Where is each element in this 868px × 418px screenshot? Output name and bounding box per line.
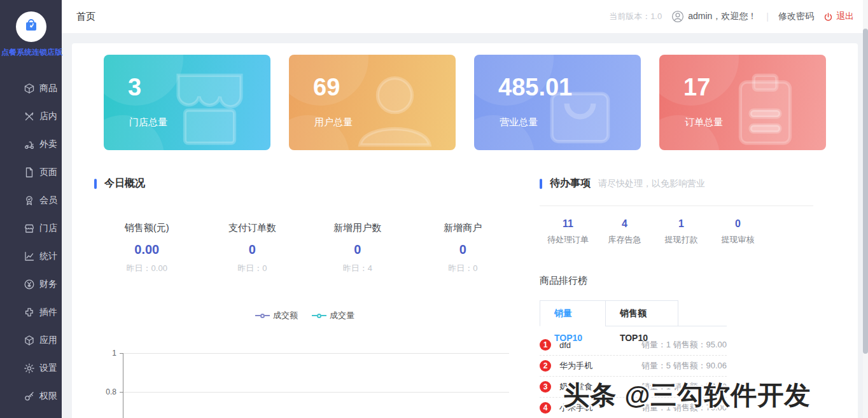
- sidebar-item-takeout[interactable]: 外卖: [0, 130, 62, 158]
- member-badge-icon: [24, 195, 35, 206]
- section-accent-bar: [540, 179, 542, 189]
- todo-pending-orders[interactable]: 11 待处理订单: [540, 218, 596, 246]
- welcome-text: admin，欢迎您！: [688, 11, 757, 22]
- rank-product-name: dfd: [559, 340, 641, 350]
- stat-value: 17: [683, 74, 826, 101]
- today-stats: 销售额(元) 0.00 昨日：0.00 支付订单数 0 昨日：0 新增用户数: [94, 222, 515, 274]
- rank-product-name: 华为手机: [559, 360, 641, 372]
- chart-legend: 成交额 成交量: [94, 310, 515, 321]
- sidebar: 点餐系统连锁店版 商品 店内 外卖 页面 会员: [0, 0, 62, 418]
- permission-key-icon: [24, 391, 35, 402]
- stat-cards-row: 3 门店总量 69 用户总量: [94, 55, 836, 150]
- tabs-filler: [678, 300, 727, 326]
- stat-card-stores: 3 门店总量: [104, 55, 270, 150]
- stat-value: 485.01: [498, 74, 641, 101]
- topbar-right: 当前版本：1.0 admin，欢迎您！ | 修改密码 退出: [609, 10, 854, 23]
- admin-menu[interactable]: admin，欢迎您！: [671, 10, 757, 23]
- todo-withdraw-review[interactable]: 0 提现审核: [710, 218, 766, 246]
- logout-button[interactable]: 退出: [823, 11, 854, 22]
- power-icon: [823, 12, 833, 22]
- tab-sales-volume-top10[interactable]: 销量TOP10: [540, 300, 606, 326]
- content: 3 门店总量 69 用户总量: [62, 33, 868, 418]
- sidebar-item-goods[interactable]: 商品: [0, 74, 62, 102]
- ranking-title: 商品排行榜: [540, 275, 813, 287]
- today-section: 今日概况 销售额(元) 0.00 昨日：0.00 支付订单数 0: [94, 177, 515, 418]
- settings-gear-icon: [24, 363, 35, 374]
- y-axis-line: [123, 353, 123, 418]
- content-panel: 3 门店总量 69 用户总量: [72, 43, 858, 418]
- today-stat-new-merchants: 新增商户 0 昨日：0: [410, 222, 516, 274]
- stat-label: 用户总量: [314, 116, 456, 129]
- y-axis-tick: 1: [95, 349, 116, 358]
- store-front-icon: [24, 223, 35, 234]
- sidebar-item-page[interactable]: 页面: [0, 158, 62, 186]
- dashboard-page: 点餐系统连锁店版 商品 店内 外卖 页面 会员: [0, 0, 868, 418]
- scrollbar: [863, 0, 868, 418]
- rank-sales-text: 销量：5 销售额：90.06: [641, 360, 727, 372]
- stat-card-revenue: 485.01 营业总量: [474, 55, 641, 150]
- todo-subtitle: 请尽快处理，以免影响营业: [598, 178, 705, 190]
- goods-box-icon: [24, 83, 35, 94]
- stat-label: 订单总量: [685, 116, 826, 129]
- legend-marker-volume: [312, 314, 326, 318]
- scrollbar-thumb[interactable]: [863, 29, 868, 354]
- y-axis-tick: 0.8: [95, 387, 116, 396]
- sidebar-item-app[interactable]: 应用: [0, 326, 62, 354]
- stat-label: 营业总量: [500, 116, 641, 129]
- sidebar-item-store[interactable]: 门店: [0, 214, 62, 242]
- sidebar-item-stats[interactable]: 统计: [0, 242, 62, 270]
- rank-sales-text: 销量：1 销售额：95.00: [641, 339, 727, 351]
- sidebar-item-finance[interactable]: 财务: [0, 270, 62, 298]
- sidebar-item-dine-in[interactable]: 店内: [0, 102, 62, 130]
- dine-in-utensils-icon: [24, 111, 35, 122]
- rank-badge: 4: [540, 402, 551, 414]
- today-stat-sales: 销售额(元) 0.00 昨日：0.00: [94, 222, 200, 274]
- today-stat-new-users: 新增用户数 0 昨日：4: [305, 222, 410, 274]
- stat-card-orders: 17 订单总量: [659, 55, 826, 150]
- rank-row: 2 华为手机 销量：5 销售额：90.06: [540, 356, 727, 377]
- todo-stats: 11 待处理订单 4 库存告急 1 提现打款: [540, 218, 813, 246]
- todo-withdraw-payment[interactable]: 1 提现打款: [653, 218, 710, 246]
- finance-yuan-icon: [24, 279, 35, 290]
- change-password-button[interactable]: 修改密码: [778, 11, 814, 22]
- topbar: 首页 当前版本：1.0 admin，欢迎您！ | 修改密码 退出: [62, 0, 868, 33]
- section-accent-bar: [94, 179, 97, 189]
- todo-low-stock[interactable]: 4 库存告急: [596, 218, 653, 246]
- ranking-tabs: 销量TOP10 销售额TOP10: [540, 300, 727, 326]
- stat-value: 3: [128, 74, 270, 101]
- logout-label: 退出: [836, 11, 854, 22]
- sidebar-item-settings[interactable]: 设置: [0, 354, 62, 382]
- gridline: 0.8: [123, 392, 509, 393]
- tab-sales-amount-top10[interactable]: 销售额TOP10: [605, 300, 678, 326]
- avatar-icon: [671, 10, 684, 23]
- app-title: 点餐系统连锁店版: [1, 47, 60, 57]
- sidebar-item-member[interactable]: 会员: [0, 186, 62, 214]
- version-label: 当前版本：1.0: [609, 11, 662, 22]
- today-stat-paid-orders: 支付订单数 0 昨日：0: [200, 222, 305, 274]
- today-title: 今日概况: [104, 177, 145, 190]
- breadcrumb: 首页: [76, 11, 95, 23]
- takeout-scooter-icon: [24, 139, 35, 150]
- legend-marker-amount: [255, 314, 270, 318]
- stat-value: 69: [313, 74, 456, 101]
- divider: |: [766, 11, 769, 22]
- plugin-puzzle-icon: [24, 307, 35, 318]
- rank-badge: 3: [540, 381, 551, 393]
- stat-label: 门店总量: [129, 116, 270, 129]
- gridline: 1: [123, 353, 509, 354]
- chart-plot: 1 0.8: [94, 347, 515, 418]
- sidebar-nav: 商品 店内 外卖 页面 会员 门店: [0, 74, 62, 410]
- shopping-bag-arrow-icon: [23, 17, 39, 36]
- stat-card-users: 69 用户总量: [289, 55, 456, 150]
- todo-title: 待办事项: [550, 177, 591, 190]
- legend-item-volume[interactable]: 成交量: [312, 310, 354, 321]
- watermark: 头条 @三勾软件开发: [563, 378, 811, 413]
- sidebar-item-permission[interactable]: 权限: [0, 382, 62, 410]
- stats-chart-icon: [24, 251, 35, 262]
- app-logo: [16, 11, 46, 42]
- rank-badge: 1: [540, 339, 551, 351]
- sidebar-item-plugin[interactable]: 插件: [0, 298, 62, 326]
- rank-badge: 2: [540, 360, 551, 372]
- legend-item-amount[interactable]: 成交额: [255, 310, 298, 321]
- page-file-icon: [24, 167, 35, 178]
